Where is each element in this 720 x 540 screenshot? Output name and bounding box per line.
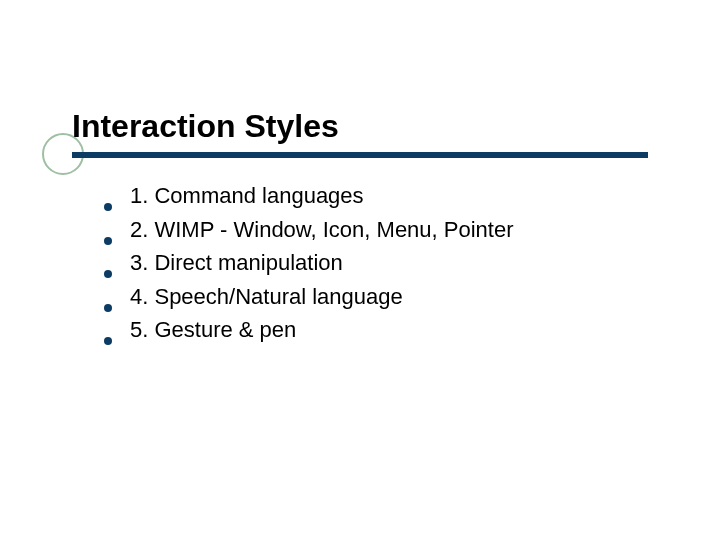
content-area: 1. Command languages 2. WIMP - Window, I… [104, 182, 644, 350]
bullet-icon [104, 304, 112, 312]
bullet-icon [104, 270, 112, 278]
list-item: 1. Command languages [104, 182, 644, 211]
list-item-text: 4. Speech/Natural language [130, 283, 403, 312]
title-area: Interaction Styles [72, 108, 648, 153]
list-item: 4. Speech/Natural language [104, 283, 644, 312]
slide-title: Interaction Styles [72, 108, 648, 145]
title-underline [72, 152, 648, 158]
bullet-icon [104, 337, 112, 345]
list-item: 2. WIMP - Window, Icon, Menu, Pointer [104, 216, 644, 245]
bullet-icon [104, 237, 112, 245]
list-item: 5. Gesture & pen [104, 316, 644, 345]
bullet-icon [104, 203, 112, 211]
list-item-text: 1. Command languages [130, 182, 364, 211]
list-item-text: 3. Direct manipulation [130, 249, 343, 278]
list-item-text: 2. WIMP - Window, Icon, Menu, Pointer [130, 216, 514, 245]
slide-container: Interaction Styles 1. Command languages … [0, 0, 720, 540]
list-item-text: 5. Gesture & pen [130, 316, 296, 345]
list-item: 3. Direct manipulation [104, 249, 644, 278]
